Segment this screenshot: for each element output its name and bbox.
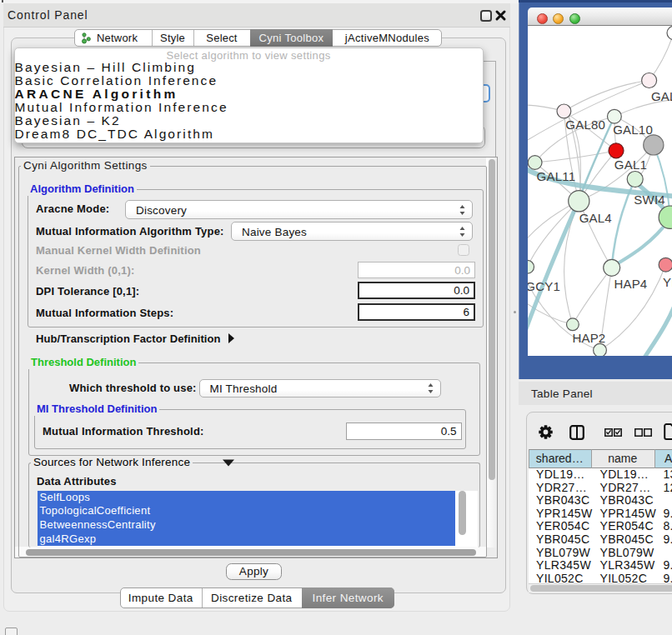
svg-text:GAL80: GAL80 — [651, 89, 672, 103]
svg-text:GCY1: GCY1 — [528, 279, 560, 293]
svg-text:YH: YH — [663, 275, 672, 289]
svg-text:GAL10: GAL10 — [613, 122, 653, 137]
svg-text:GAL11: GAL11 — [537, 169, 576, 183]
svg-text:GAL4: GAL4 — [579, 211, 612, 225]
svg-text:HAP2: HAP2 — [572, 331, 605, 345]
svg-text:HAP4: HAP4 — [614, 277, 647, 291]
svg-text:GAL80: GAL80 — [565, 118, 605, 132]
svg-text:GAL1: GAL1 — [614, 158, 647, 172]
svg-text:SWI4: SWI4 — [634, 192, 664, 207]
